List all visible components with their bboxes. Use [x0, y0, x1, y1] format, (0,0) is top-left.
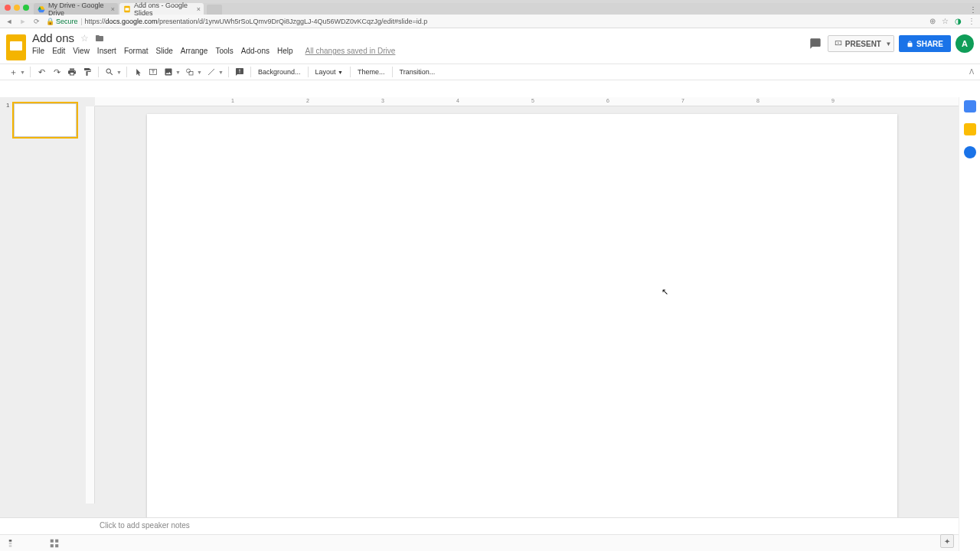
horizontal-ruler: 1 2 3 4 5 6 7 8 9	[95, 97, 959, 106]
slide-canvas[interactable]	[147, 114, 897, 533]
menu-addons[interactable]: Add-ons	[241, 47, 270, 55]
svg-rect-16	[55, 544, 58, 547]
image-button[interactable]	[162, 65, 175, 79]
redo-button[interactable]: ↷	[50, 65, 64, 79]
print-button[interactable]	[65, 65, 79, 79]
browser-tab-slides[interactable]: Add ons - Google Slides ×	[119, 3, 204, 15]
url-field[interactable]: https://docs.google.com/presentation/d/1…	[84, 18, 427, 25]
chrome-menu-icon[interactable]: ⋮	[968, 17, 975, 25]
present-button[interactable]: PRESENT	[828, 35, 888, 52]
speaker-notes[interactable]: Click to add speaker notes	[0, 517, 959, 534]
browser-reload-icon[interactable]: ⟳	[32, 18, 41, 25]
select-tool[interactable]	[131, 65, 145, 79]
menu-tools[interactable]: Tools	[215, 47, 233, 55]
calendar-addon-icon[interactable]	[964, 100, 976, 112]
new-tab-button[interactable]	[207, 5, 222, 15]
new-slide-button[interactable]: ＋	[6, 65, 20, 79]
slides-logo-icon[interactable]	[6, 34, 26, 60]
svg-rect-11	[9, 542, 12, 543]
undo-button[interactable]: ↶	[34, 65, 48, 79]
tab-close-icon[interactable]: ×	[197, 5, 201, 13]
tasks-addon-icon[interactable]	[964, 146, 976, 158]
svg-rect-15	[51, 544, 54, 547]
svg-rect-4	[126, 8, 129, 10]
shape-button[interactable]	[183, 65, 197, 79]
workspace: 1 1 2 3 4 5 6 7 8 9 ↖	[0, 97, 959, 534]
slide-number: 1	[6, 102, 9, 109]
bookmark-icon[interactable]: ☆	[942, 17, 949, 25]
menu-file[interactable]: File	[32, 47, 44, 55]
comments-button[interactable]	[808, 36, 823, 51]
menu-edit[interactable]: Edit	[52, 47, 65, 55]
slides-app: Add ons ☆ File Edit View Insert Format S…	[0, 28, 980, 551]
slide-thumbnail-1[interactable]	[12, 102, 78, 139]
move-folder-icon[interactable]	[95, 34, 104, 43]
line-button[interactable]	[204, 65, 218, 79]
background-button[interactable]: Background...	[255, 65, 304, 79]
browser-forward-icon[interactable]: ►	[18, 18, 28, 25]
transition-button[interactable]: Transition...	[397, 65, 439, 79]
layout-button[interactable]: Layout ▼	[312, 65, 346, 79]
grid-view-icon[interactable]	[49, 538, 60, 549]
menu-slide[interactable]: Slide	[156, 47, 173, 55]
tab-close-icon[interactable]: ×	[111, 5, 115, 13]
present-label: PRESENT	[845, 40, 881, 48]
menu-arrange[interactable]: Arrange	[181, 47, 208, 55]
account-avatar[interactable]: A	[956, 34, 974, 53]
tab-title: My Drive - Google Drive	[48, 2, 114, 17]
status-bar	[0, 534, 959, 551]
browser-back-icon[interactable]: ◄	[5, 18, 14, 25]
svg-point-7	[187, 69, 191, 73]
save-status[interactable]: All changes saved in Drive	[305, 47, 396, 55]
menu-insert[interactable]: Insert	[97, 47, 116, 55]
zoom-button[interactable]	[103, 65, 116, 79]
secure-label: Secure	[56, 18, 78, 25]
collapse-toolbar-icon[interactable]: ᐱ	[969, 68, 974, 76]
canvas-area: 1 2 3 4 5 6 7 8 9 ↖	[86, 97, 959, 534]
new-slide-dropdown[interactable]: ▼	[20, 70, 26, 75]
explore-button[interactable]: ✦	[940, 534, 954, 548]
present-dropdown[interactable]: ▼	[884, 35, 894, 52]
menu-help[interactable]: Help	[277, 47, 293, 55]
ruler-tick: 4	[456, 98, 459, 103]
slides-favicon-icon	[123, 5, 131, 13]
svg-marker-2	[38, 9, 44, 11]
mac-close[interactable]	[5, 5, 11, 11]
theme-button[interactable]: Theme...	[354, 65, 388, 79]
filmstrip-view-icon[interactable]	[8, 538, 18, 549]
browser-menu-icon[interactable]: ⋮	[969, 5, 977, 14]
ruler-tick: 3	[381, 98, 384, 103]
ruler-tick: 9	[831, 98, 835, 103]
browser-tab-drive[interactable]: My Drive - Google Drive ×	[34, 3, 118, 15]
mac-window-controls[interactable]	[5, 5, 29, 11]
textbox-button[interactable]	[146, 65, 160, 79]
browser-address-bar: ◄ ► ⟳ 🔒 Secure | https://docs.google.com…	[0, 15, 980, 28]
star-icon[interactable]: ☆	[80, 33, 89, 44]
paint-format-button[interactable]	[80, 65, 94, 79]
app-header: Add ons ☆ File Edit View Insert Format S…	[0, 28, 980, 60]
image-dropdown[interactable]: ▼	[175, 70, 181, 75]
shape-dropdown[interactable]: ▼	[197, 70, 203, 75]
present-icon	[835, 40, 842, 47]
comment-button[interactable]	[233, 65, 247, 79]
lock-icon: 🔒	[46, 18, 54, 25]
mac-zoom[interactable]	[23, 5, 29, 11]
doc-title[interactable]: Add ons	[32, 31, 74, 44]
share-label: SHARE	[916, 40, 943, 48]
zoom-icon[interactable]: ⊕	[929, 17, 936, 25]
menu-format[interactable]: Format	[124, 47, 149, 55]
slide-filmstrip[interactable]: 1	[0, 97, 86, 534]
menu-view[interactable]: View	[73, 47, 90, 55]
tab-title: Add ons - Google Slides	[134, 2, 200, 17]
svg-rect-12	[9, 545, 12, 546]
secure-indicator[interactable]: 🔒 Secure	[46, 18, 78, 25]
share-button[interactable]: SHARE	[899, 35, 951, 52]
vertical-ruler	[86, 106, 95, 504]
line-dropdown[interactable]: ▼	[218, 70, 224, 75]
keep-addon-icon[interactable]	[964, 123, 976, 135]
zoom-dropdown[interactable]: ▼	[116, 70, 122, 75]
svg-rect-14	[55, 539, 58, 542]
extension-icon[interactable]: ◑	[955, 17, 962, 25]
svg-rect-13	[51, 539, 54, 542]
mac-minimize[interactable]	[14, 5, 20, 11]
